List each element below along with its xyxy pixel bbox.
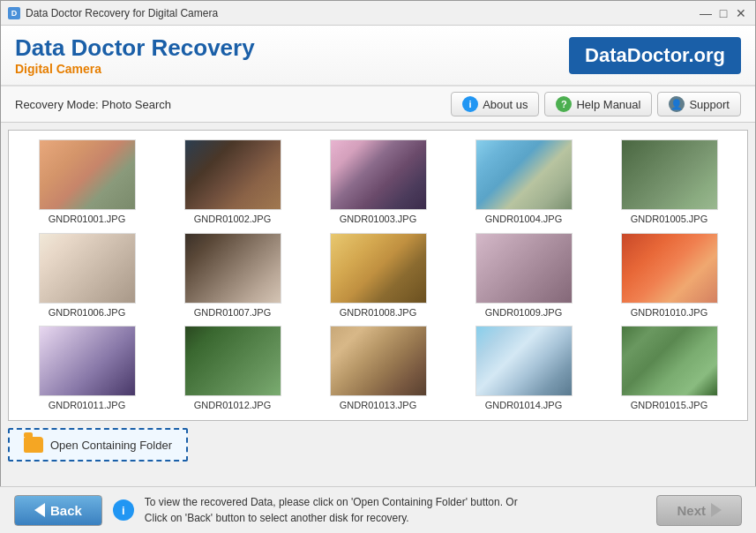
minimize-button[interactable]: — (699, 6, 713, 20)
photo-filename: GNDR01013.JPG (340, 400, 416, 410)
list-item[interactable]: GNDR01002.JPG (163, 139, 302, 225)
photo-thumbnail (330, 233, 427, 304)
photo-filename: GNDR01001.JPG (49, 214, 125, 224)
photo-thumbnail (184, 139, 281, 210)
next-label: Next (677, 503, 706, 518)
recovery-mode-label: Recovery Mode: Photo Search (15, 98, 171, 111)
list-item[interactable]: GNDR01011.JPG (18, 326, 156, 411)
photo-thumbnail (621, 139, 718, 210)
photo-thumbnail (39, 139, 136, 210)
photo-filename: GNDR01008.JPG (340, 307, 416, 318)
photo-thumbnail (330, 139, 427, 210)
photo-filename: GNDR01012.JPG (194, 400, 271, 410)
logo-main-text: Data Doctor Recovery (15, 34, 255, 62)
title-bar-text: Data Doctor Recovery for Digital Camera (26, 7, 699, 19)
photo-filename: GNDR01009.JPG (485, 307, 562, 318)
photo-grid-container: GNDR01001.JPGGNDR01002.JPGGNDR01003.JPGG… (8, 130, 748, 421)
photo-filename: GNDR01011.JPG (49, 400, 125, 410)
close-button[interactable]: ✕ (734, 6, 748, 20)
list-item[interactable]: GNDR01013.JPG (309, 326, 447, 411)
photo-thumbnail (330, 326, 427, 396)
photo-thumbnail (39, 233, 136, 304)
next-button[interactable]: Next (656, 495, 742, 526)
list-item[interactable]: GNDR01004.JPG (454, 139, 593, 225)
photo-grid: GNDR01001.JPGGNDR01002.JPGGNDR01003.JPGG… (9, 131, 747, 420)
bottom-bar: Back i To view the recovered Data, pleas… (0, 486, 756, 533)
list-item[interactable]: GNDR01001.JPG (18, 139, 156, 225)
about-us-label: About us (483, 98, 528, 111)
info-line2: Click on 'Back' button to select another… (145, 510, 647, 526)
folder-icon (24, 437, 43, 453)
list-item[interactable]: GNDR01006.JPG (18, 233, 156, 319)
app-logo: Data Doctor Recovery Digital Camera (15, 34, 255, 76)
list-item[interactable]: GNDR01009.JPG (454, 233, 593, 319)
logo-sub-text: Digital Camera (15, 62, 255, 76)
list-item[interactable]: GNDR01005.JPG (600, 139, 738, 225)
photo-thumbnail (475, 233, 573, 304)
info-circle-icon: i (113, 499, 134, 521)
app-icon: D (8, 7, 20, 19)
photo-thumbnail (621, 326, 718, 396)
photo-thumbnail (184, 326, 281, 396)
help-icon: ? (556, 96, 572, 112)
support-label: Support (689, 98, 730, 111)
list-item[interactable]: GNDR01015.JPG (600, 326, 738, 411)
photo-thumbnail (184, 233, 281, 304)
back-label: Back (50, 503, 82, 518)
support-icon: 👤 (669, 96, 685, 112)
title-bar-controls: — □ ✕ (699, 6, 748, 20)
photo-thumbnail (39, 326, 136, 396)
photo-filename: GNDR01005.JPG (631, 214, 707, 224)
photo-filename: GNDR01014.JPG (485, 400, 562, 410)
folder-btn-label: Open Containing Folder (50, 439, 172, 452)
list-item[interactable]: GNDR01010.JPG (600, 233, 738, 319)
photo-filename: GNDR01006.JPG (49, 307, 125, 318)
info-line1: To view the recovered Data, please click… (145, 494, 647, 510)
folder-section: Open Containing Folder (8, 428, 748, 462)
info-icon: i (462, 96, 478, 112)
photo-thumbnail (621, 233, 718, 304)
toolbar-button-group: i About us ? Help Manual 👤 Support (451, 92, 741, 116)
info-text-block: To view the recovered Data, please click… (145, 494, 647, 526)
photo-thumbnail (475, 326, 573, 396)
next-arrow-icon (711, 503, 722, 517)
back-arrow-icon (34, 503, 45, 517)
photo-filename: GNDR01004.JPG (485, 214, 562, 224)
about-us-button[interactable]: i About us (451, 92, 539, 116)
support-button[interactable]: 👤 Support (657, 92, 741, 116)
photo-thumbnail (475, 139, 573, 210)
title-bar: D Data Doctor Recovery for Digital Camer… (1, 1, 755, 26)
photo-filename: GNDR01007.JPG (194, 307, 271, 318)
photo-filename: GNDR01010.JPG (631, 307, 707, 318)
photo-filename: GNDR01015.JPG (631, 400, 707, 410)
help-manual-button[interactable]: ? Help Manual (544, 92, 652, 116)
list-item[interactable]: GNDR01003.JPG (309, 139, 447, 225)
list-item[interactable]: GNDR01008.JPG (309, 233, 447, 319)
help-manual-label: Help Manual (576, 98, 640, 111)
photo-filename: GNDR01003.JPG (340, 214, 416, 224)
list-item[interactable]: GNDR01012.JPG (163, 326, 302, 411)
maximize-button[interactable]: □ (716, 6, 730, 20)
list-item[interactable]: GNDR01007.JPG (163, 233, 302, 319)
back-button[interactable]: Back (14, 495, 102, 526)
list-item[interactable]: GNDR01014.JPG (454, 326, 593, 411)
toolbar: Recovery Mode: Photo Search i About us ?… (1, 86, 755, 123)
open-containing-folder-button[interactable]: Open Containing Folder (8, 428, 188, 462)
photo-filename: GNDR01002.JPG (194, 214, 271, 224)
header: Data Doctor Recovery Digital Camera Data… (1, 26, 755, 86)
brand-badge: DataDoctor.org (569, 37, 741, 74)
